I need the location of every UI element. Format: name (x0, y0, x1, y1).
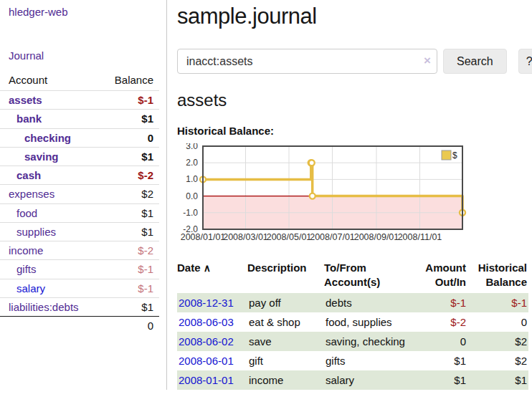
account-row: gifts$-1 (0, 260, 159, 279)
cell-accounts: salary (324, 370, 415, 390)
sidebar-item-journal[interactable]: Journal (9, 49, 166, 62)
cell-accounts: food, supplies (324, 312, 415, 332)
cell-accounts: saving, checking (324, 332, 415, 351)
account-balance: $1 (95, 222, 159, 241)
search-button[interactable]: Search (443, 49, 507, 74)
clear-search-icon[interactable]: × (424, 54, 431, 68)
register-table-header: Date ∧ Description To/From Account(s) Am… (177, 259, 528, 293)
account-link[interactable]: liabilities:debts (9, 301, 79, 313)
register-header-balance: Historical Balance (467, 259, 528, 293)
date-link[interactable]: 2008-06-03 (179, 316, 234, 328)
svg-text:2008/07/01: 2008/07/01 (310, 232, 355, 242)
account-balance: $-1 (95, 260, 159, 279)
date-link[interactable]: 2008-01-01 (179, 374, 234, 386)
account-link[interactable]: cash (16, 169, 41, 181)
search-form: × Search ? (177, 49, 532, 74)
cell-amount: $1 (415, 351, 467, 370)
svg-text:3.0: 3.0 (186, 143, 198, 151)
account-row: assets$-1 (0, 91, 159, 110)
account-balance: $1 (95, 297, 159, 316)
account-row: liabilities:debts$1 (0, 297, 159, 316)
svg-text:-1.0: -1.0 (183, 208, 198, 218)
main-content: sample.journal × Search ? assets Histori… (167, 0, 532, 390)
search-input[interactable] (177, 49, 437, 74)
cell-amount: $1 (415, 370, 467, 390)
cell-balance: 0 (467, 312, 528, 332)
cell-amount: $-1 (415, 293, 467, 312)
accounts-header-account: Account (0, 71, 95, 91)
cell-balance: $1 (467, 370, 528, 390)
cell-accounts: gifts (324, 351, 415, 370)
cell-description: save (247, 332, 324, 351)
svg-text:$: $ (452, 150, 457, 160)
account-balance: $-2 (95, 241, 159, 260)
cell-amount: 0 (415, 332, 467, 351)
register-header-description: Description (247, 259, 324, 293)
table-row: 2008-12-31pay offdebts$-1$-1 (177, 293, 528, 312)
svg-text:2008/03/01: 2008/03/01 (223, 232, 268, 242)
account-row: salary$-1 (0, 279, 159, 297)
cell-description: eat & shop (247, 312, 324, 332)
account-balance: $-1 (95, 279, 159, 297)
date-link[interactable]: 2008-06-02 (179, 335, 234, 348)
svg-text:2008/01/01: 2008/01/01 (181, 232, 226, 242)
cell-description: pay off (247, 293, 324, 312)
register-table: Date ∧ Description To/From Account(s) Am… (177, 259, 528, 390)
account-balance: $2 (95, 185, 159, 203)
accounts-table-header: Account Balance (0, 71, 159, 91)
search-input-wrap: × (177, 49, 437, 74)
svg-text:1.0: 1.0 (186, 174, 198, 184)
svg-text:0.0: 0.0 (186, 191, 198, 201)
account-row: food$1 (0, 203, 159, 222)
table-row: 2008-06-01giftgifts$1$2 (177, 351, 528, 370)
svg-text:2.0: 2.0 (186, 158, 198, 168)
account-link[interactable]: gifts (16, 263, 37, 275)
account-row: bank$1 (0, 110, 159, 128)
register-header-amount: Amount Out/In (415, 259, 467, 293)
account-balance: $-1 (95, 91, 159, 110)
account-heading: assets (177, 90, 532, 110)
account-row: saving$1 (0, 147, 159, 166)
account-balance: $-2 (95, 166, 159, 185)
account-link[interactable]: salary (16, 282, 45, 294)
cell-amount: $-2 (415, 312, 467, 332)
account-link[interactable]: bank (16, 112, 42, 125)
table-row: 2008-06-03eat & shopfood, supplies$-20 (177, 312, 528, 332)
date-link[interactable]: 2008-06-01 (179, 355, 234, 367)
accounts-table: Account Balance assets$-1bank$1checking0… (0, 71, 159, 335)
account-link[interactable]: food (16, 207, 37, 219)
page-title: sample.journal (177, 4, 532, 29)
account-row: checking0 (0, 128, 159, 147)
account-balance: $1 (95, 203, 159, 222)
account-row: supplies$1 (0, 222, 159, 241)
svg-text:2008/09/01: 2008/09/01 (354, 232, 399, 242)
cell-balance: $2 (467, 332, 528, 351)
account-row: income$-2 (0, 241, 159, 260)
account-link[interactable]: supplies (16, 226, 56, 238)
date-link[interactable]: 2008-12-31 (179, 297, 234, 309)
table-row: 2008-01-01incomesalary$1$1 (177, 370, 528, 390)
sort-asc-icon: ∧ (204, 262, 211, 274)
account-link[interactable]: saving (24, 150, 59, 163)
svg-text:2008/05/01: 2008/05/01 (267, 232, 312, 242)
app-brand-link[interactable]: hledger-web (9, 6, 166, 18)
account-link[interactable]: income (9, 244, 43, 257)
cell-description: income (247, 370, 324, 390)
sidebar: hledger-web Journal Account Balance asse… (0, 0, 167, 390)
accounts-header-balance: Balance (95, 71, 159, 91)
table-row: 2008-06-02savesaving, checking0$2 (177, 332, 528, 351)
account-balance: $1 (95, 147, 159, 166)
app: hledger-web Journal Account Balance asse… (0, 0, 532, 390)
register-header-accounts: To/From Account(s) (324, 259, 415, 293)
accounts-total-row: 0 (0, 317, 159, 335)
accounts-total-value: 0 (95, 317, 159, 335)
account-link[interactable]: checking (24, 132, 71, 144)
account-link[interactable]: assets (9, 94, 42, 106)
balance-chart-svg: 3.02.01.00.0-1.0-2.02008/01/012008/03/01… (177, 143, 472, 245)
help-button[interactable]: ? (518, 49, 532, 74)
account-balance: 0 (95, 128, 159, 147)
account-row: expenses$2 (0, 185, 159, 203)
account-link[interactable]: expenses (9, 188, 54, 200)
account-row: cash$-2 (0, 166, 159, 185)
register-header-date[interactable]: Date ∧ (177, 259, 247, 293)
